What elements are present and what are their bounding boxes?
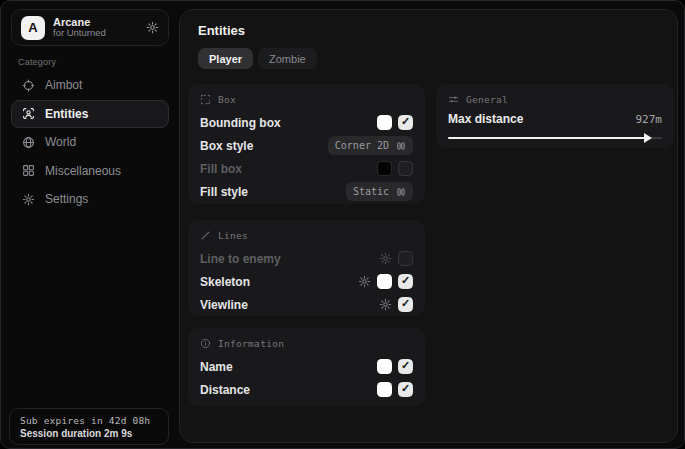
sidebar-item-settings[interactable]: Settings bbox=[11, 185, 169, 213]
information-card: Information Name Distance bbox=[188, 328, 425, 406]
distance-checkbox[interactable] bbox=[398, 382, 413, 397]
bounding-box-checkbox[interactable] bbox=[398, 115, 413, 130]
setting-row-fill-style: Fill style Static bbox=[200, 181, 413, 202]
sidebar-nav: Aimbot Entities World Miscellaneous Sett… bbox=[11, 71, 169, 214]
sidebar-item-label: Entities bbox=[45, 107, 88, 121]
sidebar-item-entities[interactable]: Entities bbox=[11, 100, 169, 128]
globe-icon bbox=[22, 136, 35, 149]
columns-icon bbox=[396, 141, 406, 151]
main-panel: Entities Player Zombie Box Bounding box bbox=[179, 9, 678, 443]
tab-label: Player bbox=[209, 53, 242, 65]
viewline-checkbox[interactable] bbox=[398, 297, 413, 312]
sidebar-item-label: World bbox=[45, 135, 76, 149]
page-title: Entities bbox=[198, 23, 245, 38]
skeleton-checkbox[interactable] bbox=[398, 274, 413, 289]
sub-expiry-text: Sub expires in 42d 08h bbox=[20, 415, 158, 426]
setting-row-viewline: Viewline bbox=[200, 294, 413, 315]
fill-box-checkbox[interactable] bbox=[398, 161, 413, 176]
color-swatch[interactable] bbox=[377, 274, 392, 289]
gear-icon[interactable] bbox=[379, 252, 392, 265]
app-window: A Arcane for Unturned Category Aimbot En… bbox=[0, 0, 685, 449]
brand-subtitle: for Unturned bbox=[53, 28, 106, 39]
setting-row-skeleton: Skeleton bbox=[200, 271, 413, 292]
color-swatch[interactable] bbox=[377, 359, 392, 374]
setting-row-bounding-box: Bounding box bbox=[200, 112, 413, 133]
box-select-icon bbox=[200, 94, 211, 105]
max-distance-slider[interactable] bbox=[448, 133, 662, 143]
max-distance-value: 927m bbox=[636, 113, 663, 126]
brand-card: A Arcane for Unturned bbox=[11, 9, 169, 46]
gear-icon[interactable] bbox=[146, 21, 159, 34]
info-icon bbox=[200, 338, 211, 349]
line-icon bbox=[200, 230, 211, 241]
sidebar-item-label: Miscellaneous bbox=[45, 164, 121, 178]
sidebar-item-world[interactable]: World bbox=[11, 128, 169, 156]
gear-icon[interactable] bbox=[379, 298, 392, 311]
gear-icon bbox=[22, 193, 35, 206]
columns-icon bbox=[396, 187, 406, 197]
color-swatch[interactable] bbox=[377, 382, 392, 397]
name-checkbox[interactable] bbox=[398, 359, 413, 374]
slider-thumb[interactable] bbox=[644, 133, 652, 143]
color-swatch[interactable] bbox=[377, 115, 392, 130]
gear-icon[interactable] bbox=[358, 275, 371, 288]
card-title: Lines bbox=[218, 230, 248, 241]
slider-fill bbox=[448, 137, 645, 139]
tab-zombie[interactable]: Zombie bbox=[258, 48, 317, 69]
sidebar-item-miscellaneous[interactable]: Miscellaneous bbox=[11, 157, 169, 185]
sidebar-item-aimbot[interactable]: Aimbot bbox=[11, 71, 169, 99]
grid-icon bbox=[22, 164, 35, 177]
card-title: General bbox=[466, 94, 508, 105]
box-card: Box Bounding box Box style Corner 2D bbox=[188, 84, 425, 204]
setting-row-line-to-enemy: Line to enemy bbox=[200, 248, 413, 269]
sliders-icon bbox=[448, 94, 459, 105]
entity-tabs: Player Zombie bbox=[198, 48, 317, 69]
brand-avatar: A bbox=[21, 16, 45, 40]
sidebar-item-label: Settings bbox=[45, 192, 88, 206]
color-swatch[interactable] bbox=[377, 161, 392, 176]
card-title: Box bbox=[218, 94, 236, 105]
setting-row-fill-box: Fill box bbox=[200, 158, 413, 179]
category-label: Category bbox=[18, 57, 56, 67]
subscription-status: Sub expires in 42d 08h Session duration … bbox=[9, 408, 169, 445]
sidebar-item-label: Aimbot bbox=[45, 78, 82, 92]
setting-row-distance: Distance bbox=[200, 379, 413, 400]
setting-row-name: Name bbox=[200, 356, 413, 377]
setting-row-box-style: Box style Corner 2D bbox=[200, 135, 413, 156]
card-title: Information bbox=[218, 338, 284, 349]
tab-player[interactable]: Player bbox=[198, 48, 253, 69]
session-duration-text: Session duration 2m 9s bbox=[20, 428, 158, 439]
tab-label: Zombie bbox=[269, 53, 306, 65]
box-style-dropdown[interactable]: Corner 2D bbox=[328, 136, 413, 155]
line-to-enemy-checkbox[interactable] bbox=[398, 251, 413, 266]
entities-icon bbox=[22, 107, 35, 120]
fill-style-dropdown[interactable]: Static bbox=[346, 182, 413, 201]
crosshair-icon bbox=[22, 79, 35, 92]
general-card: General Max distance 927m bbox=[436, 84, 674, 148]
lines-card: Lines Line to enemy Skeleton Viewline bbox=[188, 220, 425, 316]
max-distance-label: Max distance bbox=[448, 112, 523, 126]
